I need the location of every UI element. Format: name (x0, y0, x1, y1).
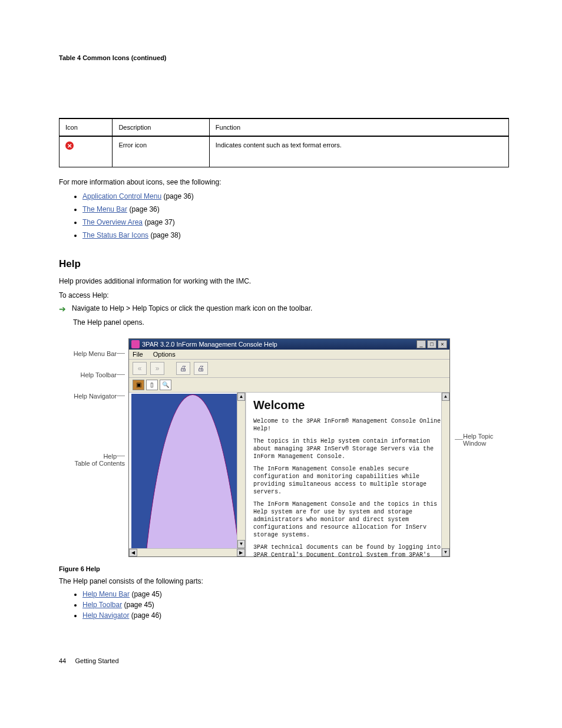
help-window: 3PAR 3.2.0 InForm Management Console Hel… (128, 338, 450, 557)
list-item: Help Menu Bar (page 45) (82, 590, 509, 598)
page-footer: 44 Getting Started (59, 657, 509, 664)
error-icon: ✕ (65, 141, 74, 150)
page-icon (136, 394, 246, 556)
menu-file[interactable]: File (133, 351, 143, 358)
toc-scrollbar[interactable]: ▲ ▼ (237, 393, 245, 556)
help-navigator-tabs: ▣ ▯ 🔍 (129, 378, 449, 393)
table-caption: Table 4 Common Icons (continued) (59, 54, 509, 61)
index-tab[interactable]: ▯ (146, 380, 158, 390)
help-content-p4: The InForm Management Console and the to… (253, 500, 442, 539)
back-button[interactable]: « (133, 362, 147, 375)
help-content-p1: Welcome to the 3PAR InForm® Management C… (253, 417, 442, 433)
app-icon (131, 340, 140, 348)
help-step-result: The Help panel opens. (73, 317, 509, 328)
help-step: Navigate to Help > Help Topics or click … (72, 304, 312, 312)
help-section-title: Help (59, 258, 509, 270)
minimize-button[interactable]: _ (416, 340, 426, 348)
toc-tab[interactable]: ▣ (133, 380, 144, 390)
link-app-control-menu[interactable]: Application Control Menu (82, 192, 161, 200)
window-titlebar: 3PAR 3.2.0 InForm Management Console Hel… (129, 339, 449, 350)
scroll-left-icon[interactable]: ◀ (129, 549, 137, 556)
link-help-menu-bar[interactable]: Help Menu Bar (82, 590, 130, 598)
maximize-button[interactable]: □ (427, 340, 437, 348)
step-arrow-icon: ➔ (59, 304, 66, 314)
search-tab[interactable]: 🔍 (160, 380, 171, 390)
link-menu-bar[interactable]: The Menu Bar (82, 205, 127, 213)
list-item: Application Control Menu (page 36) (82, 191, 509, 202)
table-row: ✕ Error icon Indicates content such as t… (59, 136, 509, 167)
callout-help-toolbar: Help Toolbar (80, 371, 117, 378)
callout-help-toc-2: Table of Contents (74, 460, 125, 467)
content-scrollbar[interactable]: ▲ ▼ (441, 393, 449, 556)
help-topic-pane: Welcome Welcome to the 3PAR InForm® Mana… (246, 393, 449, 556)
help-p1: Help provides additional information for… (59, 276, 509, 286)
link-status-bar-icons[interactable]: The Status Bar Icons (82, 231, 148, 239)
page-number: 44 (59, 657, 66, 664)
list-item: The Status Bar Icons (page 38) (82, 230, 509, 241)
list-item: Help Toolbar (page 45) (82, 601, 509, 609)
link-help-navigator[interactable]: Help Navigator (82, 611, 129, 620)
icons-more-info: For more information about icons, see th… (59, 177, 509, 187)
help-toc-pane: Welcome Working with the Interface +Comp… (129, 393, 246, 556)
callout-help-topic-2: Window (463, 440, 493, 447)
list-item: The Overview Area (page 37) (82, 217, 509, 228)
scroll-right-icon[interactable]: ▶ (237, 549, 245, 556)
help-menubar: File Options (129, 350, 449, 360)
list-item: Help Navigator (page 46) (82, 611, 509, 620)
scroll-up-icon[interactable]: ▲ (237, 393, 245, 401)
close-button[interactable]: × (438, 340, 447, 348)
print-all-button[interactable]: 🖨 (194, 362, 208, 375)
scroll-down-icon[interactable]: ▼ (237, 540, 245, 548)
row-desc: Error icon (113, 136, 209, 167)
col-icon: Icon (59, 118, 113, 136)
scroll-down-icon[interactable]: ▼ (442, 548, 449, 556)
help-parts-intro: The Help panel consists of the following… (59, 576, 509, 587)
help-parts-list: Help Menu Bar (page 45) Help Toolbar (pa… (82, 590, 509, 620)
link-help-toolbar[interactable]: Help Toolbar (82, 601, 122, 609)
menu-options[interactable]: Options (153, 351, 176, 358)
callout-help-topic-1: Help Topic (463, 433, 493, 440)
print-button[interactable]: 🖨 (176, 362, 190, 375)
figure-caption: Figure 6 Help (59, 565, 509, 572)
list-item: The Menu Bar (page 36) (82, 204, 509, 215)
help-figure: Help Menu Bar Help Toolbar Help Navigato… (59, 338, 509, 557)
icons-links-list: Application Control Menu (page 36) The M… (82, 191, 509, 241)
callout-help-navigator: Help Navigator (74, 393, 117, 400)
link-overview-area[interactable]: The Overview Area (82, 218, 143, 226)
toc-hscrollbar[interactable]: ◀ ▶ (129, 548, 245, 556)
col-func: Function (209, 118, 508, 136)
help-content-p5: 3PAR technical documents can be found by… (253, 543, 442, 556)
window-title: 3PAR 3.2.0 InForm Management Console Hel… (142, 341, 277, 348)
callout-help-toc-1: Help (103, 453, 117, 460)
footer-section: Getting Started (75, 657, 119, 664)
scroll-up-icon[interactable]: ▲ (442, 393, 449, 401)
col-desc: Description (113, 118, 209, 136)
help-content-heading: Welcome (253, 397, 442, 413)
toc-welcome[interactable]: Welcome (131, 394, 245, 556)
help-content-p3: The InForm Management Console enables se… (253, 465, 442, 496)
row-func: Indicates content such as text format er… (209, 136, 508, 167)
callout-help-menu-bar: Help Menu Bar (74, 350, 117, 357)
forward-button[interactable]: » (150, 362, 164, 375)
icons-table: Icon Description Function ✕ Error icon I… (59, 118, 509, 167)
help-p2: To access Help: (59, 290, 509, 301)
help-content-p2: The topics in this Help system contain i… (253, 437, 442, 460)
help-toolbar: « » 🖨 🖨 (129, 360, 449, 378)
